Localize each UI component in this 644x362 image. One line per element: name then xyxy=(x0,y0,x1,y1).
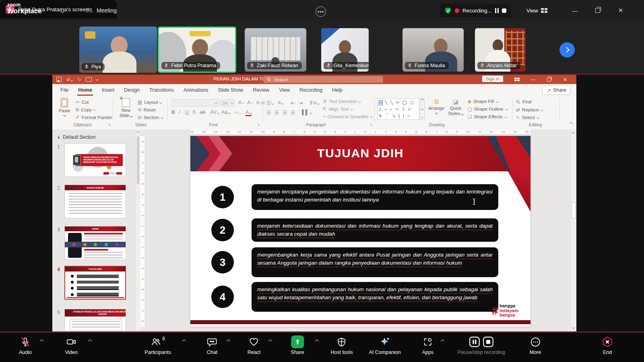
slide-thumbnail-3[interactable]: JDIHN xyxy=(64,226,126,260)
slide-thumbnail-4-selected[interactable]: TUJUAN JDIH xyxy=(64,266,126,300)
line-spacing-button[interactable]: ⇕≡ xyxy=(309,100,319,106)
shapes-gallery[interactable]: A ╲ ╲ ▭ ◯ ▢ △ ⌐ ⌐ ⇨ ⇩ ▱ ↻ ⌒ ∿ { } ☆ xyxy=(378,98,419,120)
share-options-chevron-icon[interactable] xyxy=(315,339,319,343)
ppt-close-button[interactable]: ✕ xyxy=(557,75,573,84)
document-scrollbar[interactable] xyxy=(571,130,576,331)
restore-button[interactable] xyxy=(588,0,607,21)
redo-icon[interactable]: ↻ xyxy=(77,77,81,82)
align-text-button[interactable]: ⇱Align Text xyxy=(323,106,353,112)
close-button[interactable]: ✕ xyxy=(611,0,630,21)
audio-options-chevron-icon[interactable] xyxy=(40,339,44,343)
chat-button[interactable]: Chat xyxy=(207,336,217,355)
video-tile-funna[interactable]: Funna Maulia xyxy=(402,28,464,72)
change-case-button[interactable]: Aa xyxy=(221,109,230,115)
ribbon-display-options-button[interactable] xyxy=(509,75,525,84)
tab-meeting[interactable]: Meeting xyxy=(85,0,117,21)
reset-button[interactable]: ⟲Reset xyxy=(138,107,156,113)
bold-button[interactable]: B xyxy=(171,109,175,115)
pause-recording-icon[interactable] xyxy=(495,8,499,13)
layout-button[interactable]: ▥Layout xyxy=(138,99,162,105)
tab-slide-show[interactable]: Slide Show xyxy=(213,84,248,96)
video-tile-piya[interactable]: Piya xyxy=(79,27,157,73)
ai-companion-button[interactable]: AI Companion xyxy=(369,336,400,355)
video-tile-febri-active-speaker[interactable]: Febri Putra Pratama xyxy=(158,27,236,73)
react-button[interactable]: React xyxy=(248,336,261,355)
undo-icon[interactable]: ↺ xyxy=(66,77,73,82)
paste-button[interactable]: Paste xyxy=(56,98,73,116)
font-size-combo[interactable]: 14 xyxy=(221,99,235,107)
point-text-1[interactable]: menjamin terciptanya pengelolaan dokumen… xyxy=(252,184,498,210)
video-options-chevron-icon[interactable] xyxy=(88,339,92,343)
section-button[interactable]: ⊟Section xyxy=(138,115,163,120)
share-screen-button[interactable]: Share xyxy=(291,336,304,355)
justify-icon[interactable]: ☰ xyxy=(291,109,295,115)
strikethrough-button[interactable]: ab xyxy=(200,109,205,115)
participants-button[interactable]: 8 Participants xyxy=(144,336,171,355)
tab-design[interactable]: Design xyxy=(119,84,144,96)
find-button[interactable]: Find xyxy=(516,99,531,104)
search-input[interactable] xyxy=(273,77,380,82)
tab-help[interactable]: Help xyxy=(327,84,347,96)
collapse-ribbon-chevron-icon[interactable] xyxy=(570,122,574,126)
stop-recording-icon[interactable] xyxy=(502,8,506,13)
character-spacing-button[interactable]: AV xyxy=(210,109,219,115)
convert-smartart-button[interactable]: ⤷Convert to SmartArt xyxy=(323,114,372,119)
tab-options-ellipsis-icon[interactable]: ••• xyxy=(316,6,326,17)
tab-animations[interactable]: Animations xyxy=(179,84,213,96)
shapes-gallery-scrollbar[interactable]: ▾ xyxy=(420,98,425,120)
replace-button[interactable]: ⇄Replace xyxy=(516,107,543,113)
shape-fill-button[interactable]: ◆Shape Fill xyxy=(468,99,498,104)
more-button[interactable]: More xyxy=(530,336,541,355)
video-tile-anzani[interactable]: Anzani Akbar xyxy=(475,28,526,72)
point-text-2[interactable]: menjamin ketersediaan dokumentasi dan in… xyxy=(252,218,498,242)
text-direction-button[interactable]: ⇵Text Direction xyxy=(323,99,361,104)
video-button[interactable]: Video xyxy=(65,336,78,355)
audio-button[interactable]: Audio xyxy=(19,336,32,355)
increase-indent-icon[interactable]: ⇥ xyxy=(299,100,303,106)
security-shield-icon[interactable] xyxy=(444,7,452,14)
font-dialog-launcher-icon[interactable]: ↘ xyxy=(257,122,260,126)
host-tools-button[interactable]: Host tools xyxy=(330,336,353,355)
decrease-indent-icon[interactable]: ⇤ xyxy=(291,100,295,106)
align-left-icon[interactable]: ☰ xyxy=(266,109,271,115)
decrease-font-icon[interactable]: A˅ xyxy=(247,100,253,105)
next-participants-page-button[interactable] xyxy=(559,42,575,58)
ppt-restore-button[interactable] xyxy=(541,75,557,84)
end-meeting-button[interactable]: End xyxy=(602,336,613,355)
sign-in-button[interactable]: Sign in xyxy=(482,76,503,82)
italic-button[interactable]: I xyxy=(179,109,180,115)
video-tile-zaki[interactable]: Zaki Fauzi Ridwan xyxy=(245,28,306,72)
tab-review[interactable]: Review xyxy=(248,84,274,96)
paragraph-dialog-launcher-icon[interactable]: ↘ xyxy=(369,122,373,126)
ppt-minimize-button[interactable]: — xyxy=(525,75,541,84)
font-name-combo[interactable] xyxy=(171,99,219,107)
tab-insert[interactable]: Insert xyxy=(97,84,119,96)
quick-styles-button[interactable]: ◪ QuickStyles xyxy=(447,98,464,116)
minimize-button[interactable]: — xyxy=(566,0,584,21)
tab-view[interactable]: View xyxy=(274,84,295,96)
section-header[interactable]: Default Section xyxy=(58,134,95,140)
chat-options-chevron-icon[interactable] xyxy=(227,339,231,343)
increase-font-icon[interactable]: A˄ xyxy=(238,100,244,105)
select-button[interactable]: ↖Select xyxy=(516,115,539,120)
align-center-icon[interactable]: ☰ xyxy=(275,109,279,115)
shape-effects-button[interactable]: ❑Shape Effects xyxy=(468,114,507,119)
shape-outline-button[interactable]: ▢Shape Outline xyxy=(468,106,508,112)
react-options-chevron-icon[interactable] xyxy=(268,339,272,343)
cut-button[interactable]: ✂Cut xyxy=(76,99,89,105)
align-right-icon[interactable]: ☰ xyxy=(283,109,287,115)
point-text-4[interactable]: meningkatkan kualitas pembangunan hukum … xyxy=(252,282,498,312)
clear-formatting-icon[interactable]: A⌫ xyxy=(256,100,265,105)
slide-thumbnail-1[interactable]: PERAN JARINGAN DOKUMENTASI DAN INFORMASI… xyxy=(64,143,126,177)
participants-options-chevron-icon[interactable] xyxy=(182,339,186,343)
search-box[interactable] xyxy=(264,76,383,83)
tab-recording[interactable]: Recording xyxy=(295,84,327,96)
underline-button[interactable]: U xyxy=(185,109,189,115)
bullets-button[interactable]: ☰ xyxy=(266,100,274,106)
font-color-button[interactable]: A xyxy=(246,109,252,116)
new-slide-button[interactable]: NewSlide xyxy=(117,98,135,118)
shadow-button[interactable]: S xyxy=(192,109,196,115)
customize-qat-chevron-icon[interactable] xyxy=(96,78,99,81)
save-icon[interactable] xyxy=(56,77,62,82)
pause-stop-recording-button[interactable]: Pause/stop recording xyxy=(458,336,505,355)
